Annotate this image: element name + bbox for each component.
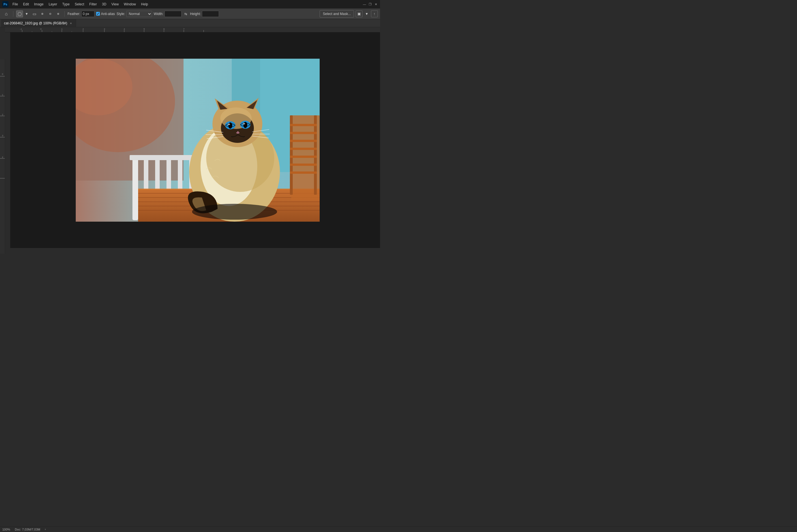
height-label: Height: xyxy=(190,12,201,16)
menu-layer[interactable]: Layer xyxy=(46,1,59,7)
marquee-tool-group: ◯ ▼ xyxy=(16,11,29,17)
svg-text:3: 3 xyxy=(2,134,3,137)
tab-close-button[interactable]: × xyxy=(69,21,73,25)
ps-logo: Ps xyxy=(2,1,8,7)
menu-3d[interactable]: 3D xyxy=(99,1,108,7)
intersect-selection-icon: ⊗ xyxy=(57,12,59,15)
subtract-selection-icon: ⊖ xyxy=(49,12,51,15)
menu-view[interactable]: View xyxy=(109,1,121,7)
menu-file[interactable]: File xyxy=(10,1,20,7)
svg-text:4: 4 xyxy=(124,28,125,30)
home-button[interactable]: ⌂ xyxy=(2,10,10,18)
menu-bar: File Edit Image Layer Type Select Filter… xyxy=(10,1,150,7)
title-bar-right: — ❐ ✕ xyxy=(363,2,378,6)
style-label: Style: xyxy=(116,12,125,16)
svg-text:4: 4 xyxy=(2,156,3,158)
menu-image[interactable]: Image xyxy=(32,1,46,7)
home-icon: ⌂ xyxy=(5,11,8,16)
svg-rect-65 xyxy=(290,171,317,174)
anti-alias-group: Anti-alias xyxy=(96,12,115,16)
feather-input[interactable] xyxy=(81,11,94,17)
anti-alias-checkbox[interactable] xyxy=(96,12,100,16)
menu-edit[interactable]: Edit xyxy=(21,1,31,7)
svg-text:2: 2 xyxy=(82,28,84,30)
new-selection-icon: ▭ xyxy=(33,12,36,16)
panel-icon: ▣ xyxy=(357,12,361,16)
svg-rect-59 xyxy=(290,124,317,126)
export-button[interactable]: ↑ xyxy=(371,11,378,17)
svg-text:6: 6 xyxy=(163,28,165,30)
title-bar-left: Ps File Edit Image Layer Type Select Fil… xyxy=(2,1,150,7)
panel-toggle-button[interactable]: ▣ xyxy=(356,11,363,17)
width-input[interactable] xyxy=(165,11,182,17)
minimize-button[interactable]: — xyxy=(363,2,367,6)
tab-filename: cat-2068462_1920.jpg @ 100% (RGB/8#) xyxy=(4,21,67,25)
svg-text:2: 2 xyxy=(2,113,3,116)
elliptical-marquee-button[interactable]: ◯ xyxy=(16,11,23,17)
add-selection-button[interactable]: ⊕ xyxy=(39,11,46,17)
svg-rect-64 xyxy=(290,164,317,166)
svg-rect-39 xyxy=(132,158,138,220)
subtract-selection-button[interactable]: ⊖ xyxy=(47,11,54,17)
menu-window[interactable]: Window xyxy=(122,1,138,7)
menu-filter[interactable]: Filter xyxy=(87,1,99,7)
horizontal-ruler: -1 0 1 2 3 4 5 6 7 xyxy=(5,27,380,32)
title-bar: Ps File Edit Image Layer Type Select Fil… xyxy=(0,0,380,8)
svg-text:1: 1 xyxy=(61,28,63,30)
image-canvas[interactable] xyxy=(76,59,320,222)
svg-rect-57 xyxy=(290,115,293,195)
svg-text:3: 3 xyxy=(104,28,105,30)
intersect-selection-button[interactable]: ⊗ xyxy=(55,11,61,17)
svg-text:5: 5 xyxy=(144,28,145,30)
svg-text:-1: -1 xyxy=(20,28,22,30)
svg-rect-63 xyxy=(290,156,317,158)
options-bar: ⌂ ◯ ▼ ▭ ⊕ ⊖ ⊗ Feather: Anti-alias St xyxy=(0,8,380,19)
svg-rect-58 xyxy=(314,115,317,195)
feather-group: Feather: xyxy=(68,11,94,17)
close-button[interactable]: ✕ xyxy=(374,2,378,6)
document-tab[interactable]: cat-2068462_1920.jpg @ 100% (RGB/8#) × xyxy=(1,19,76,27)
new-selection-button[interactable]: ▭ xyxy=(31,11,38,17)
canvas-area xyxy=(10,32,380,248)
svg-text:1: 1 xyxy=(2,94,3,96)
marquee-dropdown-arrow[interactable]: ▼ xyxy=(24,11,29,16)
svg-rect-62 xyxy=(290,148,317,150)
export-icon: ↑ xyxy=(373,12,375,16)
feather-label: Feather: xyxy=(68,12,80,16)
image-svg xyxy=(76,59,320,222)
style-select[interactable]: Normal Fixed Ratio Fixed Size xyxy=(126,11,152,17)
menu-type[interactable]: Type xyxy=(60,1,72,7)
selection-mode-group: ▭ ⊕ ⊖ ⊗ xyxy=(31,11,61,17)
svg-text:0: 0 xyxy=(2,73,3,75)
select-mask-button[interactable]: Select and Mask... xyxy=(320,10,354,18)
width-group: Width: xyxy=(154,11,182,17)
swap-dimensions-icon[interactable]: ⇆ xyxy=(183,11,188,16)
tab-bar: cat-2068462_1920.jpg @ 100% (RGB/8#) × xyxy=(0,19,380,27)
height-group: Height: xyxy=(190,11,219,17)
panel-dropdown-arrow[interactable]: ▼ xyxy=(364,11,369,16)
svg-text:7: 7 xyxy=(183,28,185,30)
divider-1 xyxy=(13,11,13,17)
svg-point-90 xyxy=(192,204,277,220)
style-group: Style: Normal Fixed Ratio Fixed Size xyxy=(116,11,152,17)
menu-help[interactable]: Help xyxy=(139,1,150,7)
svg-rect-61 xyxy=(290,140,317,142)
menu-select[interactable]: Select xyxy=(72,1,86,7)
divider-2 xyxy=(64,11,65,17)
ellipse-icon: ◯ xyxy=(18,12,22,16)
width-label: Width: xyxy=(154,12,163,16)
add-selection-icon: ⊕ xyxy=(41,12,43,15)
height-input[interactable] xyxy=(202,11,219,17)
svg-text:0: 0 xyxy=(40,28,42,30)
anti-alias-label: Anti-alias xyxy=(101,12,115,16)
svg-rect-60 xyxy=(290,132,317,134)
vertical-ruler: 0 1 2 3 4 xyxy=(0,59,5,254)
maximize-button[interactable]: ❐ xyxy=(368,2,372,6)
